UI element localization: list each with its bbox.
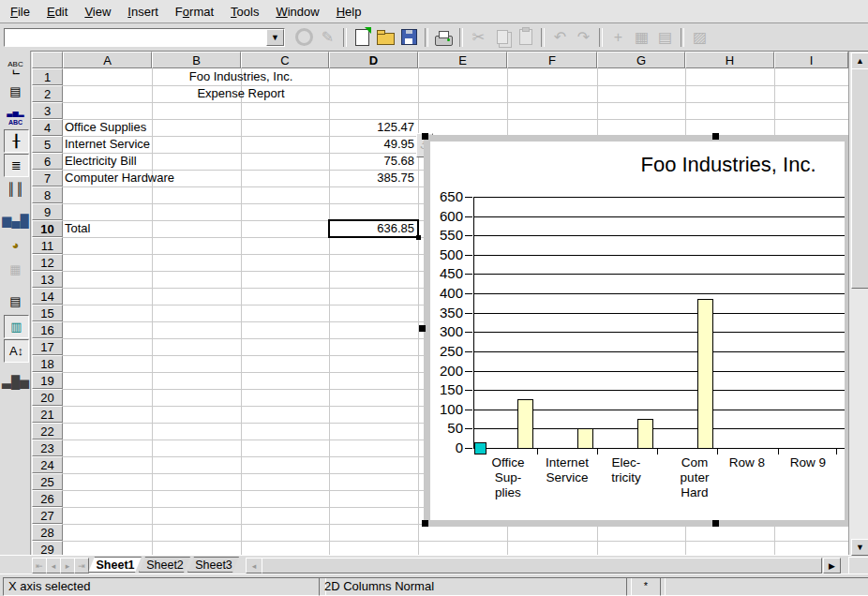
new-document-icon[interactable] — [351, 26, 374, 49]
cell-D4[interactable]: 125.47 — [331, 119, 414, 136]
embedded-chart[interactable]: Foo Industries, Inc. 0501001502002503003… — [424, 135, 851, 527]
row-header-2[interactable]: 2 — [32, 85, 63, 102]
row-header-14[interactable]: 14 — [32, 288, 63, 305]
vertical-grid-icon[interactable]: ║║ — [4, 178, 27, 200]
row-header-22[interactable]: 22 — [32, 423, 63, 440]
row-header-20[interactable]: 20 — [32, 389, 63, 406]
data-in-rows-icon[interactable]: ▤ — [4, 291, 27, 312]
row-header-5[interactable]: 5 — [32, 136, 63, 153]
column-header-I[interactable]: I — [774, 52, 848, 68]
insert-object-icon[interactable]: ▦ — [630, 26, 653, 49]
axes-description-icon[interactable]: ╂ — [4, 129, 29, 153]
scroll-down-button[interactable]: ▼ — [851, 539, 868, 556]
menu-format[interactable]: Format — [167, 2, 222, 22]
y-axis-label[interactable]: 500 — [427, 247, 463, 262]
url-dropdown-button[interactable]: ▼ — [266, 29, 284, 46]
corner-header[interactable] — [32, 52, 63, 68]
chart-handle-bottom-middle[interactable] — [712, 520, 719, 527]
x-axis-category-label[interactable]: OfficeSup-plies — [477, 455, 539, 500]
row-header-10[interactable]: 10 — [32, 220, 63, 237]
row-header-27[interactable]: 27 — [32, 507, 63, 524]
vertical-scroll-thumb[interactable] — [851, 68, 868, 289]
scroll-up-button[interactable]: ▲ — [851, 52, 868, 69]
row-header-8[interactable]: 8 — [32, 186, 63, 203]
url-combobox[interactable]: ▼ — [4, 28, 285, 47]
open-icon[interactable] — [374, 26, 397, 49]
copy-icon[interactable] — [490, 26, 514, 49]
column-header-B[interactable]: B — [152, 52, 241, 68]
chart-data-table-icon[interactable]: ▦ — [4, 259, 27, 280]
menu-window[interactable]: Window — [267, 2, 327, 22]
chart-bar-2[interactable] — [577, 428, 593, 449]
legend-on-off-icon[interactable]: ▤ — [4, 81, 27, 102]
y-axis-label[interactable]: 650 — [427, 189, 463, 204]
sheet-tab-sheet3[interactable]: Sheet3 — [187, 557, 240, 573]
column-header-G[interactable]: G — [597, 52, 685, 68]
column-header-H[interactable]: H — [685, 52, 774, 68]
row-header-21[interactable]: 21 — [32, 406, 63, 423]
column-header-C[interactable]: C — [241, 52, 329, 68]
cut-icon[interactable]: ✂ — [467, 26, 490, 49]
gallery-icon[interactable]: ▨ — [688, 26, 711, 49]
menu-help[interactable]: Help — [328, 2, 370, 22]
autoformat-chart-icon[interactable]: ◕ — [4, 234, 27, 256]
stop-icon[interactable] — [292, 26, 316, 49]
save-icon[interactable] — [397, 26, 421, 49]
cell-B1[interactable]: Foo Industries, Inc. — [152, 68, 330, 85]
hscroll-left-button[interactable]: ◂ — [246, 558, 262, 574]
row-header-1[interactable]: 1 — [32, 68, 63, 85]
url-input[interactable] — [5, 29, 266, 46]
sheet-tab-sheet2[interactable]: Sheet2 — [139, 557, 191, 573]
cell-A10[interactable]: Total — [65, 220, 148, 237]
y-axis-label[interactable]: 300 — [427, 324, 463, 339]
x-axis-category-label[interactable]: Elec-tricity — [595, 455, 657, 485]
y-axis-label[interactable]: 0 — [427, 440, 463, 455]
redo-icon[interactable]: ↷ — [572, 26, 595, 49]
cell-A7[interactable]: Computer Hardware — [65, 170, 148, 186]
vertical-scrollbar[interactable]: ▲ ▼ — [848, 52, 868, 555]
cell-A5[interactable]: Internet Service — [65, 136, 148, 153]
menu-edit[interactable]: Edit — [38, 2, 76, 22]
y-axis-label[interactable]: 250 — [427, 344, 463, 359]
row-header-25[interactable]: 25 — [32, 473, 63, 490]
cell-D7[interactable]: 385.75 — [331, 170, 414, 186]
row-header-26[interactable]: 26 — [32, 490, 63, 507]
chart-handle-left-middle[interactable] — [419, 325, 426, 332]
last-sheet-button[interactable]: ⇥ — [74, 558, 89, 574]
x-axis-category-label[interactable]: Row 8 — [716, 455, 778, 470]
row-header-19[interactable]: 19 — [32, 372, 63, 389]
titles-on-off-icon[interactable]: ABC┗━ — [4, 56, 27, 78]
menu-file[interactable]: File — [2, 2, 38, 22]
navigator-icon[interactable]: + — [606, 26, 630, 49]
prev-sheet-button[interactable]: ◂ — [46, 558, 61, 574]
selection-fill-handle[interactable] — [416, 235, 421, 240]
row-header-24[interactable]: 24 — [32, 456, 63, 473]
first-sheet-button[interactable]: ⇤ — [32, 558, 47, 574]
row-header-15[interactable]: 15 — [32, 305, 63, 321]
y-axis-label[interactable]: 150 — [427, 382, 463, 397]
print-icon[interactable] — [432, 26, 456, 49]
row-header-11[interactable]: 11 — [32, 237, 63, 254]
x-axis-selection-handle[interactable] — [474, 442, 486, 454]
column-header-E[interactable]: E — [418, 52, 507, 68]
paste-icon[interactable] — [514, 26, 537, 49]
cell-B2[interactable]: Expense Report — [152, 85, 330, 102]
y-axis-label[interactable]: 450 — [427, 266, 463, 281]
sheet-tab-sheet1[interactable]: Sheet1 — [88, 557, 142, 573]
row-header-7[interactable]: 7 — [32, 170, 63, 186]
row-header-23[interactable]: 23 — [32, 440, 63, 456]
copy-document-icon[interactable]: ▤ — [653, 26, 677, 49]
chart-bar-3[interactable] — [637, 419, 653, 449]
x-axis-category-label[interactable]: InternetService — [536, 455, 598, 485]
column-header-F[interactable]: F — [507, 52, 597, 68]
row-header-6[interactable]: 6 — [32, 153, 63, 170]
y-axis-label[interactable]: 50 — [427, 421, 463, 436]
y-axis-label[interactable]: 400 — [427, 286, 463, 301]
y-axis-label[interactable]: 100 — [427, 402, 463, 417]
cell-selection-border[interactable] — [328, 219, 419, 238]
undo-icon[interactable]: ↶ — [548, 26, 572, 49]
horizontal-scroll-thumb[interactable] — [262, 558, 822, 574]
chart-type-icon[interactable]: ▆▄█ — [4, 210, 27, 231]
row-header-12[interactable]: 12 — [32, 254, 63, 271]
column-header-A[interactable]: A — [63, 52, 152, 68]
